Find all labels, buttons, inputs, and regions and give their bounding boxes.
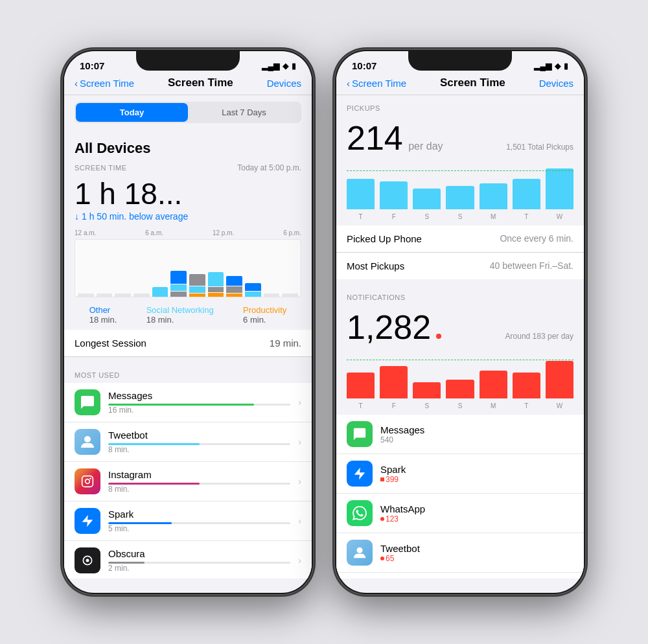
notif-tweetbot-icon — [347, 540, 373, 566]
nav-back-right[interactable]: ‹ Screen Time — [347, 78, 406, 89]
tweetbot-app-name: Tweetbot — [108, 430, 290, 441]
cat-other-time: 18 min. — [89, 315, 117, 325]
most-used-label: MOST USED — [64, 362, 312, 383]
notif-bar-3 — [446, 380, 474, 398]
notif-whatsapp-name: WhatsApp — [380, 503, 573, 514]
bar-gray-7 — [189, 274, 205, 286]
bar-group-6 — [170, 248, 187, 297]
instagram-app-time: 8 min. — [108, 485, 290, 494]
back-chevron-icon: ‹ — [75, 78, 78, 89]
app-item-obscura[interactable]: Obscura 2 min. › — [64, 541, 312, 579]
messages-chevron-icon: › — [298, 397, 301, 408]
notif-day-0: T — [347, 402, 375, 409]
svg-point-6 — [356, 547, 362, 553]
notif-app-spark[interactable]: Spark 399 — [336, 454, 584, 494]
longest-session-row: Longest Session 19 min. — [64, 330, 312, 357]
pickup-day-0: T — [347, 213, 375, 220]
notif-whatsapp-info: WhatsApp 123 — [380, 503, 573, 523]
notif-bar-2 — [413, 382, 441, 398]
pickup-stats: Picked Up Phone Once every 6 min. Most P… — [336, 225, 584, 279]
cat-social-name: Social Networking — [146, 305, 214, 315]
time-label-0: 12 a.m. — [75, 229, 96, 236]
status-icons-right: ▂▄▆ ◆ ▮ — [534, 62, 568, 71]
time-right: 10:07 — [352, 60, 376, 71]
notif-bar-4 — [480, 371, 507, 398]
app-item-spark[interactable]: Spark 5 min. › — [64, 501, 312, 541]
obscura-app-name: Obscura — [108, 548, 290, 559]
bar-group-5 — [152, 251, 168, 297]
bar-gray-8 — [208, 287, 224, 292]
pickup-day-labels: T F S S M T W — [336, 212, 584, 225]
instagram-app-icon — [75, 468, 100, 494]
pickup-day-1: F — [380, 213, 408, 220]
notif-whatsapp-count-row: 123 — [380, 514, 573, 523]
notif-app-messages[interactable]: Messages 540 — [336, 415, 584, 454]
nav-action-right[interactable]: Devices — [539, 78, 573, 89]
notifications-section-label: NOTIFICATIONS — [336, 284, 584, 305]
obscura-app-time: 2 min. — [108, 564, 290, 573]
picked-up-phone-row: Picked Up Phone Once every 6 min. — [336, 225, 584, 253]
notif-header: 1,282 Around 183 per day — [336, 305, 584, 349]
app-item-instagram[interactable]: Instagram 8 min. › — [64, 462, 312, 501]
back-label-right[interactable]: Screen Time — [352, 78, 406, 89]
bar-group-8 — [208, 258, 224, 297]
nav-action-left[interactable]: Devices — [267, 78, 301, 89]
pickup-bar-5 — [513, 179, 540, 209]
notif-whatsapp-icon — [347, 500, 373, 526]
pickup-bar-3 — [446, 186, 474, 209]
tweetbot-app-info: Tweetbot 8 min. — [108, 430, 290, 454]
bar-11 — [264, 293, 280, 297]
notif-app-slack[interactable]: Slack — [336, 573, 584, 579]
spark-app-name: Spark — [108, 509, 290, 520]
notif-tweetbot-count-row: 65 — [380, 554, 573, 563]
segment-today[interactable]: Today — [76, 103, 188, 122]
pickup-day-4: M — [480, 213, 507, 220]
pickups-total: 1,501 Total Pickups — [506, 143, 573, 152]
svg-point-0 — [84, 436, 91, 443]
bar-gray-9 — [226, 286, 242, 293]
bar-4 — [133, 293, 150, 297]
notif-messages-info: Messages 540 — [380, 424, 573, 444]
app-item-messages[interactable]: Messages 16 min. › — [64, 383, 312, 422]
most-pickups-value: 40 between Fri.–Sat. — [490, 260, 573, 271]
picked-up-phone-value: Once every 6 min. — [500, 233, 573, 244]
pickup-bar-0 — [347, 179, 375, 209]
bar-group-7 — [189, 255, 205, 297]
svg-point-5 — [86, 559, 89, 562]
back-label-left[interactable]: Screen Time — [80, 78, 134, 89]
bar-prod-8 — [208, 293, 224, 297]
obscura-app-info: Obscura 2 min. — [108, 548, 290, 573]
notif-day-3: S — [446, 402, 474, 409]
pickup-bar-2 — [413, 189, 441, 209]
messages-app-time: 16 min. — [108, 406, 290, 415]
notif-app-whatsapp[interactable]: WhatsApp 123 — [336, 494, 584, 533]
pickup-bar-4 — [480, 183, 507, 209]
messages-app-name: Messages — [108, 390, 290, 401]
bar-social-6 — [170, 284, 187, 291]
bar-group-9 — [226, 264, 242, 297]
app-item-tweetbot[interactable]: Tweetbot 8 min. › — [64, 422, 312, 462]
notif-tweetbot-name: Tweetbot — [380, 543, 573, 554]
instagram-app-info: Instagram 8 min. — [108, 469, 290, 494]
notif-whatsapp-count: 123 — [386, 514, 399, 523]
notif-dot-icon — [436, 334, 441, 339]
pickups-unit: per day — [408, 141, 443, 152]
bar-12 — [282, 293, 298, 297]
longest-session-value: 19 min. — [270, 338, 301, 349]
notif-tweetbot-dot — [380, 557, 384, 560]
time-label-3: 6 p.m. — [283, 229, 301, 236]
notif-day-5: T — [513, 402, 540, 409]
pickup-bar-1 — [380, 181, 408, 209]
nav-back-left[interactable]: ‹ Screen Time — [75, 78, 134, 89]
all-devices-section: All Devices — [64, 130, 312, 159]
notif-app-tweetbot[interactable]: Tweetbot 65 — [336, 533, 584, 573]
all-devices-title: All Devices — [75, 140, 301, 157]
pickups-header: 214 per day 1,501 Total Pickups — [336, 116, 584, 160]
segment-last7[interactable]: Last 7 Days — [188, 103, 300, 122]
messages-app-info: Messages 16 min. — [108, 390, 290, 415]
cat-other-name: Other — [89, 305, 117, 315]
pickup-chart-container — [336, 163, 584, 209]
longest-session-label: Longest Session — [75, 338, 146, 349]
nav-title-left: Screen Time — [168, 76, 233, 89]
divider-1 — [64, 357, 312, 362]
